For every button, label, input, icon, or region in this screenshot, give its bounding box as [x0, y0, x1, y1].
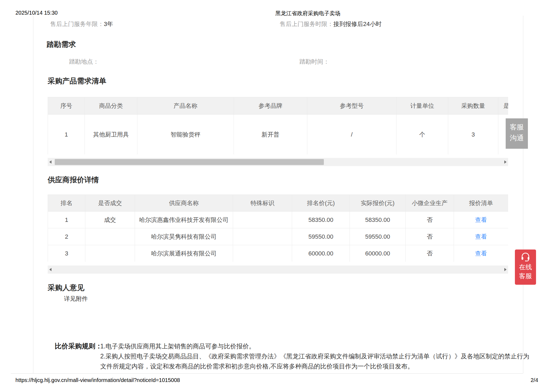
product-col-header: 序号 — [48, 97, 85, 115]
rules-label: 比价采购规则： — [55, 342, 102, 351]
product-cell-brand: 新开普 — [234, 115, 307, 155]
quote-cell-detail: 查看 — [454, 212, 508, 228]
after-sale-deadline-value: 接到报修后24小时 — [333, 21, 382, 27]
scrollbar-thumb[interactable] — [55, 159, 324, 165]
quote-cell-rank: 3 — [48, 245, 85, 262]
print-datetime: 2025/10/14 15:30 — [15, 10, 58, 16]
product-table-hscrollbar[interactable] — [48, 158, 508, 166]
quote-cell-actual-price: 58350.00 — [350, 212, 406, 228]
service-button-label-line2: 客服 — [515, 271, 536, 280]
quote-cell-supplier: 哈尔滨惠鑫伟业科技开发有限公司 — [135, 212, 233, 228]
quote-col-header: 排名 — [48, 195, 85, 212]
after-sale-years-label: 售后上门服务年限： — [50, 21, 104, 27]
survey-time-field: 踏勘时间： — [299, 58, 329, 65]
scroll-right-arrow-icon[interactable] — [504, 268, 506, 271]
product-col-header: 计量单位 — [396, 97, 448, 115]
quote-cell-rank: 1 — [48, 212, 85, 228]
online-service-button[interactable]: 在线 客服 — [515, 250, 536, 285]
page-title: 黑龙江省政府采购电子卖场 — [275, 10, 340, 17]
content-bottom-border — [11, 373, 523, 374]
quote-table: 排名 是否成交 供应商名称 特殊标识 排名价(元) 实际报价(元) 小微企业生产… — [48, 195, 508, 262]
quote-table-row: 3 哈尔滨展通科技有限公司 60000.00 60000.00 否 查看 — [48, 245, 508, 262]
after-sale-deadline-field: 售后上门服务时限：接到报修后24小时 — [280, 21, 382, 28]
quote-col-header: 是否成交 — [85, 195, 135, 212]
product-cell-index: 1 — [48, 115, 85, 155]
product-table: 序号 商品分类 产品名称 参考品牌 参考型号 计量单位 采购数量 是 1 其他厨… — [48, 97, 508, 154]
product-cell-model: / — [307, 115, 396, 155]
product-col-header: 参考品牌 — [234, 97, 307, 115]
view-quote-link[interactable]: 查看 — [475, 216, 487, 223]
content-right-border — [523, 16, 523, 373]
headset-icon — [520, 252, 531, 261]
view-quote-link[interactable]: 查看 — [475, 233, 487, 240]
quote-cell-mark — [233, 212, 292, 228]
after-sale-years-value: 3年 — [104, 21, 113, 27]
quote-table-row: 1 成交 哈尔滨惠鑫伟业科技开发有限公司 58350.00 58350.00 否… — [48, 212, 508, 228]
rules-line-1: 1.电子卖场供应商用其上架销售的商品可参与比价报价。 — [100, 342, 255, 351]
product-col-header: 产品名称 — [137, 97, 234, 115]
print-footer-page-number: 2/4 — [531, 377, 538, 383]
product-col-header: 商品分类 — [85, 97, 137, 115]
quote-table-header-row: 排名 是否成交 供应商名称 特殊标识 排名价(元) 实际报价(元) 小微企业生产… — [48, 195, 508, 212]
scroll-left-arrow-icon[interactable] — [49, 268, 51, 271]
product-cell-category: 其他厨卫用具 — [85, 115, 137, 155]
quote-col-header: 小微企业生产 — [406, 195, 454, 212]
quote-cell-rank-price: 59550.00 — [292, 228, 350, 245]
product-cell-quantity: 3 — [448, 115, 498, 155]
quote-table-row: 2 哈尔滨昊隽科技有限公司 59550.00 59550.00 否 查看 — [48, 228, 508, 245]
quote-cell-rank: 2 — [48, 228, 85, 245]
quote-cell-sme: 否 — [406, 245, 454, 262]
quote-cell-actual-price: 59550.00 — [350, 228, 406, 245]
quote-cell-detail: 查看 — [454, 228, 508, 245]
quote-cell-actual-price: 60000.00 — [350, 245, 406, 262]
product-col-header-clipped: 是 — [498, 97, 508, 115]
quote-cell-rank-price: 58350.00 — [292, 212, 350, 228]
after-sale-deadline-label: 售后上门服务时限： — [280, 21, 333, 27]
service-button-label-line1: 在线 — [515, 263, 536, 271]
quote-col-header: 排名价(元) — [292, 195, 350, 212]
survey-heading: 踏勘需求 — [47, 40, 76, 49]
quote-col-header: 实际报价(元) — [350, 195, 406, 212]
quote-cell-sme: 否 — [406, 228, 454, 245]
scroll-left-arrow-icon[interactable] — [49, 160, 51, 164]
buyer-opinion-value: 详见附件 — [64, 295, 88, 303]
quote-cell-deal — [85, 228, 135, 245]
scroll-right-arrow-icon[interactable] — [504, 160, 506, 164]
quote-cell-mark — [233, 228, 292, 245]
product-table-row: 1 其他厨卫用具 智能验货秤 新开普 / 个 3 — [48, 115, 508, 155]
quote-cell-rank-price: 60000.00 — [292, 245, 350, 262]
quote-table-hscrollbar[interactable] — [48, 265, 508, 274]
quote-col-header: 特殊标识 — [233, 195, 292, 212]
product-col-header: 采购数量 — [448, 97, 498, 115]
survey-time-label: 踏勘时间： — [299, 58, 329, 65]
content-left-border — [33, 16, 33, 373]
customer-service-chat-button[interactable]: 客服 沟通 — [506, 118, 528, 149]
after-sale-years-field: 售后上门服务年限：3年 — [50, 21, 113, 28]
quote-col-header: 供应商名称 — [135, 195, 233, 212]
print-footer-url: https://hljcg.hlj.gov.cn/mall-view/infor… — [15, 377, 180, 383]
quote-cell-detail: 查看 — [454, 245, 508, 262]
view-quote-link[interactable]: 查看 — [475, 250, 487, 257]
print-preview-page: 2025/10/14 15:30 黑龙江省政府采购电子卖场 售后上门服务年限：3… — [0, 0, 555, 392]
survey-location-field: 踏勘地点： — [69, 58, 99, 65]
chat-button-label-line2: 沟通 — [506, 132, 528, 143]
quote-cell-sme: 否 — [406, 212, 454, 228]
product-list-heading: 采购产品需求清单 — [48, 76, 106, 86]
product-cell-name: 智能验货秤 — [137, 115, 234, 155]
product-table-header-row: 序号 商品分类 产品名称 参考品牌 参考型号 计量单位 采购数量 是 — [48, 97, 508, 115]
quote-cell-deal — [85, 245, 135, 262]
quote-col-header: 报价清单 — [454, 195, 508, 212]
quote-cell-supplier: 哈尔滨昊隽科技有限公司 — [135, 228, 233, 245]
chat-button-label-line1: 客服 — [506, 122, 528, 132]
rules-line-2: 2.采购人按照电子卖场交易商品品目、《政府采购需求管理办法》《黑龙江省政府采购文… — [100, 352, 529, 361]
buyer-opinion-heading: 采购人意见 — [48, 283, 84, 293]
quote-cell-deal: 成交 — [85, 212, 135, 228]
quote-cell-mark — [233, 245, 292, 262]
quote-cell-supplier: 哈尔滨展通科技有限公司 — [135, 245, 233, 262]
product-cell-unit: 个 — [396, 115, 448, 155]
rules-line-3: 文件所规定内容，设定和发布商品的比价需求和初步意向价格,不应将多种商品的比价项目… — [100, 362, 414, 371]
quote-detail-heading: 供应商报价详情 — [48, 175, 99, 185]
product-col-header: 参考型号 — [307, 97, 396, 115]
survey-location-label: 踏勘地点： — [69, 58, 99, 65]
